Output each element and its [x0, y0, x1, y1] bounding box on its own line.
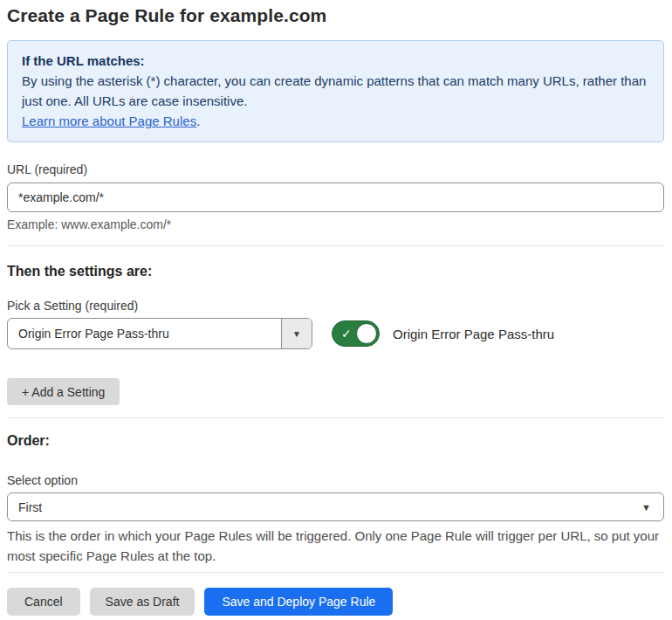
order-helper-text: This is the order in which your Page Rul… [7, 526, 664, 566]
url-field-label: URL (required) [7, 162, 664, 176]
url-input[interactable] [7, 183, 664, 212]
save-as-draft-button[interactable]: Save as Draft [90, 588, 195, 616]
info-box-heading: If the URL matches: [22, 51, 649, 71]
divider [7, 572, 664, 573]
chevron-down-icon: ▼ [292, 329, 301, 339]
add-setting-button[interactable]: + Add a Setting [7, 378, 120, 405]
origin-error-toggle[interactable]: ✓ [332, 320, 380, 347]
select-option-label: Select option [7, 473, 664, 487]
page-title: Create a Page Rule for example.com [7, 5, 664, 26]
url-example-helper: Example: www.example.com/* [7, 217, 664, 231]
toggle-label: Origin Error Page Pass-thru [393, 327, 554, 341]
setting-dropdown-value: Origin Error Page Pass-thru [8, 319, 281, 348]
divider [7, 417, 664, 418]
settings-section-heading: Then the settings are: [7, 264, 664, 279]
order-select-value: First [18, 500, 42, 514]
order-select[interactable]: First ▼ [7, 493, 664, 521]
info-box-link-line: Learn more about Page Rules. [22, 111, 649, 131]
check-icon: ✓ [341, 327, 352, 341]
setting-row: Origin Error Page Pass-thru ▼ ✓ Origin E… [7, 318, 664, 349]
order-section-heading: Order: [7, 433, 664, 449]
save-and-deploy-button[interactable]: Save and Deploy Page Rule [204, 588, 393, 616]
chevron-down-icon: ▼ [641, 502, 651, 513]
setting-dropdown-arrow-button[interactable]: ▼ [281, 319, 312, 348]
create-page-rule-form: Create a Page Rule for example.com If th… [0, 0, 672, 620]
cancel-button[interactable]: Cancel [7, 588, 80, 616]
divider [7, 245, 664, 246]
info-box-body: By using the asterisk (*) character, you… [22, 71, 649, 111]
learn-more-link[interactable]: Learn more about Page Rules [22, 114, 196, 128]
pick-setting-label: Pick a Setting (required) [7, 299, 664, 313]
link-suffix: . [196, 114, 200, 128]
url-match-info-box: If the URL matches: By using the asteris… [7, 40, 664, 142]
toggle-knob [356, 323, 377, 344]
setting-dropdown[interactable]: Origin Error Page Pass-thru ▼ [7, 318, 312, 349]
footer-actions: Cancel Save as Draft Save and Deploy Pag… [7, 588, 664, 616]
